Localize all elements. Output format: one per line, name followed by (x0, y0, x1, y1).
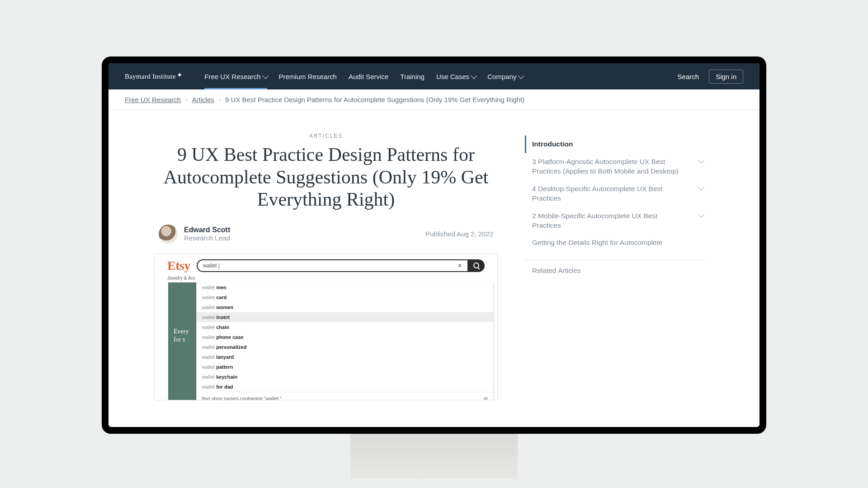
autocomplete-suggestion[interactable]: wallet personalized (197, 342, 493, 352)
toc-label: 4 Desktop-Specific Autocomplete UX Best … (532, 184, 686, 203)
etsy-logo: Etsy (167, 258, 190, 273)
info-icon: ⊘ (484, 396, 488, 400)
example-screenshot: Etsy wallet | ✕ Jewelr (154, 253, 498, 400)
etsy-header: Etsy wallet | ✕ (155, 254, 497, 276)
toc-label: Introduction (532, 140, 573, 149)
logo-mark-icon: ✦ (177, 71, 183, 79)
breadcrumb-link[interactable]: Articles (192, 96, 214, 103)
autocomplete-suggestion[interactable]: wallet insert☜ (197, 312, 493, 322)
toc-item[interactable]: Getting the Details Right for Autocomple… (525, 234, 706, 252)
search-value: wallet | (203, 263, 220, 269)
autocomplete-suggestion[interactable]: wallet chain (197, 322, 493, 332)
etsy-search-wrap: wallet | ✕ (197, 259, 485, 272)
autocomplete-suggestion[interactable]: wallet keychain (197, 372, 493, 382)
promo-line: for s (174, 336, 199, 344)
breadcrumb-current: 9 UX Best Practice Design Patterns for A… (225, 96, 524, 103)
main-nav: Free UX ResearchPremium ResearchAudit Se… (204, 73, 677, 80)
toc-item[interactable]: 2 Mobile-Specific Autocomplete UX Best P… (525, 207, 706, 235)
screen: Baymard Institute ✦ Free UX ResearchPrem… (108, 63, 760, 427)
breadcrumb-link[interactable]: Free UX Research (125, 96, 181, 103)
autocomplete-footer[interactable]: find shop names containing "wallet "⊘ (197, 392, 493, 400)
chevron-right-icon: › (219, 96, 221, 103)
clear-icon[interactable]: ✕ (458, 263, 462, 269)
nav-item[interactable]: Training (400, 73, 425, 80)
header-right: Search Sign in (678, 70, 743, 84)
nav-item[interactable]: Company (487, 73, 523, 80)
autocomplete-suggestion[interactable]: wallet men (197, 282, 493, 292)
nav-item[interactable]: Use Cases (436, 73, 476, 80)
toc-item[interactable]: 3 Platform-Agnostic Autocomplete UX Best… (525, 153, 706, 180)
autocomplete-suggestion[interactable]: wallet lanyard (197, 352, 493, 362)
autocomplete-suggestion[interactable]: wallet women (197, 302, 493, 312)
screen-bezel: Baymard Institute ✦ Free UX ResearchPrem… (102, 56, 766, 434)
nav-item[interactable]: Audit Service (349, 73, 388, 80)
etsy-search-input[interactable]: wallet | ✕ (197, 259, 467, 272)
autocomplete-dropdown: wallet menwallet cardwallet womenwallet … (196, 282, 494, 400)
etsy-category-row: Jewelry & Acc (155, 276, 497, 282)
byline: Edward Scott Research Lead Published Aug… (159, 225, 493, 244)
cursor-icon: ☜ (222, 314, 227, 320)
toc-item[interactable]: 4 Desktop-Specific Autocomplete UX Best … (525, 180, 706, 207)
signin-button[interactable]: Sign in (709, 70, 743, 84)
toc-label: 3 Platform-Agnostic Autocomplete UX Best… (532, 157, 686, 176)
table-of-contents: Introduction3 Platform-Agnostic Autocomp… (525, 133, 706, 427)
related-articles-heading[interactable]: Related Articles (525, 267, 706, 275)
chevron-down-icon (698, 211, 704, 217)
article-title: 9 UX Best Practice Design Patterns for A… (154, 144, 498, 211)
search-link[interactable]: Search (678, 73, 699, 80)
byline-left: Edward Scott Research Lead (159, 225, 230, 244)
content-area: ARTICLES 9 UX Best Practice Design Patte… (108, 110, 760, 427)
toc-item[interactable]: Introduction (525, 136, 706, 153)
toc-label: Getting the Details Right for Autocomple… (532, 238, 663, 248)
author-name: Edward Scott (184, 226, 230, 234)
chevron-right-icon: › (185, 96, 187, 103)
section-label: ARTICLES (154, 133, 498, 139)
divider (525, 260, 706, 260)
monitor-stand (350, 434, 518, 479)
nav-item[interactable]: Premium Research (279, 73, 337, 80)
chevron-down-icon (698, 184, 704, 190)
promo-line: Every (174, 328, 199, 336)
chevron-down-icon (471, 73, 477, 79)
author-avatar (159, 225, 178, 244)
autocomplete-suggestion[interactable]: wallet pattern (197, 362, 493, 372)
site-logo[interactable]: Baymard Institute ✦ (125, 72, 183, 80)
autocomplete-suggestion[interactable]: wallet phone case (197, 332, 493, 342)
etsy-body: Every for s wallet menwallet cardwallet … (155, 282, 497, 400)
etsy-search-button[interactable] (467, 259, 485, 272)
chevron-down-icon (262, 73, 269, 79)
breadcrumb: Free UX Research › Articles › 9 UX Best … (108, 89, 760, 110)
article: ARTICLES 9 UX Best Practice Design Patte… (154, 133, 498, 427)
logo-text: Baymard Institute (125, 73, 176, 80)
chevron-down-icon (698, 157, 704, 163)
monitor-mockup: Baymard Institute ✦ Free UX ResearchPrem… (102, 56, 766, 479)
site-header: Baymard Institute ✦ Free UX ResearchPrem… (108, 63, 760, 89)
nav-item[interactable]: Free UX Research (204, 73, 267, 89)
chevron-down-icon (518, 73, 524, 79)
autocomplete-suggestion[interactable]: wallet card (197, 292, 493, 302)
toc-label: 2 Mobile-Specific Autocomplete UX Best P… (532, 211, 686, 230)
author-role: Research Lead (184, 234, 230, 242)
autocomplete-suggestion[interactable]: wallet for dad (197, 382, 493, 392)
search-icon (473, 263, 479, 268)
publish-date: Published Aug 2, 2022 (425, 230, 493, 238)
